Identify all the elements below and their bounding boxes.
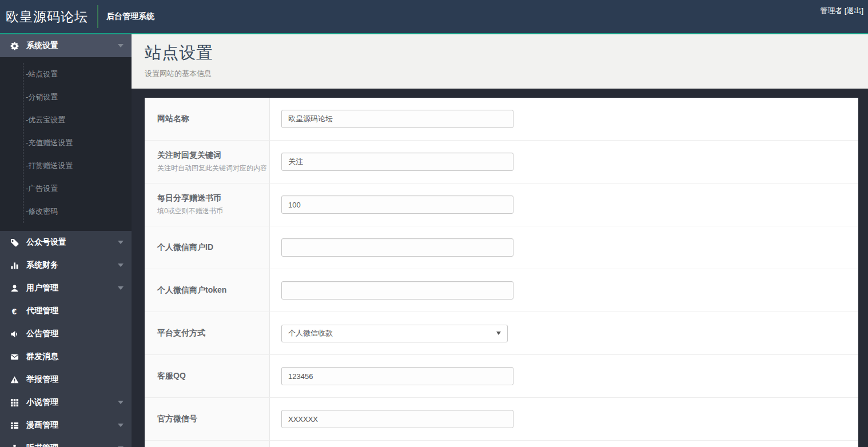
row-service-qq: 客服QQ (145, 355, 858, 398)
sidebar-item-label: 系统设置 (26, 41, 58, 51)
sidebar-item-announcements[interactable]: 公告管理 (0, 322, 132, 345)
field-input-cell (270, 183, 858, 226)
follow-reply-keyword-input[interactable] (281, 153, 513, 171)
list-icon (8, 421, 21, 430)
submenu-item-distribution-settings[interactable]: -分销设置 (23, 86, 132, 109)
field-label: 每日分享赠送书币 (157, 193, 269, 203)
daily-share-coins-input[interactable] (281, 195, 513, 214)
field-label-cell: 网站名称 (145, 98, 270, 140)
field-input-cell: 个人微信收款 (270, 312, 858, 354)
sidebar-item-label: 系统财务 (26, 260, 58, 270)
sidebar-item-official-account[interactable]: 公众号设置 (0, 231, 132, 254)
official-wechat-input[interactable] (281, 410, 513, 428)
row-site-name: 网站名称 (145, 98, 858, 141)
grid-icon (8, 398, 21, 407)
page-subtitle: 设置网站的基本信息 (145, 69, 868, 79)
chevron-down-icon (118, 286, 124, 290)
row-wechat-merchant-token: 个人微信商户token (145, 269, 858, 312)
field-hint: 填0或空则不赠送书币 (157, 206, 269, 216)
submenu-item-ad-settings[interactable]: -广告设置 (23, 177, 132, 200)
brand-divider (97, 5, 98, 28)
chevron-down-icon (118, 44, 124, 47)
user-menu: 管理者 [退出] (820, 6, 863, 16)
page-title: 站点设置 (145, 42, 868, 65)
field-label: 网站名称 (157, 114, 269, 124)
field-label: 个人微信商户ID (157, 242, 269, 253)
field-label-cell: 每日分享赠送书币 填0或空则不赠送书币 (145, 183, 270, 226)
field-label-cell: 关注时回复关键词 关注时自动回复此关键词对应的内容 (145, 141, 270, 183)
settings-form-panel: 网站名称 关注时回复关键词 关注时自动回复此关键词对应的内容 每日分享赠送书币 … (145, 98, 858, 447)
euro-icon: € (8, 307, 21, 316)
sidebar-item-reports[interactable]: 举报管理 (0, 368, 132, 391)
system-settings-submenu: -站点设置 -分销设置 -优云宝设置 -充值赠送设置 -打赏赠送设置 -广告设置… (0, 57, 132, 231)
warning-icon (8, 376, 21, 384)
wechat-merchant-id-input[interactable] (281, 238, 513, 257)
chevron-down-icon (118, 401, 124, 404)
sidebar-item-finance[interactable]: 系统财务 (0, 254, 132, 277)
field-input-cell (270, 98, 858, 140)
brand-area: 欧皇源码论坛 后台管理系统 (6, 0, 154, 33)
payment-method-select[interactable]: 个人微信收款 (281, 325, 508, 342)
field-label-cell (145, 441, 270, 447)
submenu-item-youyunbao-settings[interactable]: -优云宝设置 (23, 109, 132, 131)
field-label: 个人微信商户token (157, 285, 269, 296)
row-follow-reply-keyword: 关注时回复关键词 关注时自动回复此关键词对应的内容 (145, 141, 858, 183)
field-input-cell (270, 226, 858, 269)
top-header-bar: 欧皇源码论坛 后台管理系统 管理者 [退出] (0, 0, 868, 33)
chevron-down-icon (118, 241, 124, 244)
sidebar-item-label: 公告管理 (26, 329, 58, 339)
submenu-dashed-guide: -站点设置 -分销设置 -优云宝设置 -充值赠送设置 -打赏赠送设置 -广告设置… (23, 63, 132, 223)
submenu-item-site-settings[interactable]: -站点设置 (23, 63, 132, 86)
field-label-cell: 个人微信商户ID (145, 226, 270, 269)
accent-divider-line (0, 33, 868, 34)
field-input-cell (270, 441, 858, 447)
user-icon (8, 284, 21, 293)
logout-link[interactable]: [退出] (845, 6, 863, 15)
sitemap-icon (8, 444, 21, 447)
field-label: 平台支付方式 (157, 328, 269, 338)
field-input-cell (270, 398, 858, 440)
gear-icon (8, 42, 21, 50)
sidebar-item-label: 举报管理 (26, 374, 58, 385)
tag-icon (8, 238, 21, 247)
submenu-item-recharge-bonus-settings[interactable]: -充值赠送设置 (23, 131, 132, 154)
row-partial-next (145, 441, 858, 447)
site-logo[interactable]: 欧皇源码论坛 (6, 8, 88, 26)
field-label-cell: 平台支付方式 (145, 312, 270, 354)
submenu-item-change-password[interactable]: -修改密码 (23, 200, 132, 223)
row-daily-share-coins: 每日分享赠送书币 填0或空则不赠送书币 (145, 183, 858, 226)
payment-method-selected-value: 个人微信收款 (288, 328, 333, 338)
sidebar-item-label: 小说管理 (26, 397, 58, 408)
sidebar-item-novels[interactable]: 小说管理 (0, 391, 132, 414)
sidebar-item-label: 群发消息 (26, 352, 58, 362)
field-label: 关注时回复关键词 (157, 150, 269, 161)
field-label-cell: 官方微信号 (145, 398, 270, 440)
sidebar-item-comics[interactable]: 漫画管理 (0, 414, 132, 437)
sidebar-item-system-settings[interactable]: 系统设置 (0, 34, 132, 57)
sidebar-item-audiobooks[interactable]: 听书管理 (0, 437, 132, 447)
field-input-cell (270, 141, 858, 183)
bar-chart-icon (8, 261, 21, 270)
chevron-down-icon (118, 424, 124, 427)
field-label: 客服QQ (157, 371, 269, 381)
sidebar-item-bulk-messages[interactable]: 群发消息 (0, 345, 132, 368)
bullhorn-icon (8, 330, 21, 338)
wechat-merchant-token-input[interactable] (281, 281, 513, 300)
field-label: 官方微信号 (157, 414, 269, 424)
sidebar-item-users[interactable]: 用户管理 (0, 277, 132, 300)
submenu-item-reward-bonus-settings[interactable]: -打赏赠送设置 (23, 154, 132, 177)
site-name-input[interactable] (281, 110, 513, 128)
content-area: 网站名称 关注时回复关键词 关注时自动回复此关键词对应的内容 每日分享赠送书币 … (132, 89, 868, 447)
row-wechat-merchant-id: 个人微信商户ID (145, 226, 858, 269)
admin-system-label: 后台管理系统 (106, 11, 154, 22)
field-input-cell (270, 269, 858, 312)
sidebar-item-agents[interactable]: € 代理管理 (0, 300, 132, 322)
sidebar-item-label: 公众号设置 (26, 237, 66, 248)
sidebar-item-label: 代理管理 (26, 306, 58, 316)
field-input-cell (270, 355, 858, 397)
envelope-icon (8, 353, 21, 361)
sidebar-nav: 系统设置 -站点设置 -分销设置 -优云宝设置 -充值赠送设置 -打赏赠送设置 … (0, 34, 132, 447)
row-payment-method: 平台支付方式 个人微信收款 (145, 312, 858, 355)
current-user-link[interactable]: 管理者 (820, 6, 842, 15)
service-qq-input[interactable] (281, 367, 513, 385)
